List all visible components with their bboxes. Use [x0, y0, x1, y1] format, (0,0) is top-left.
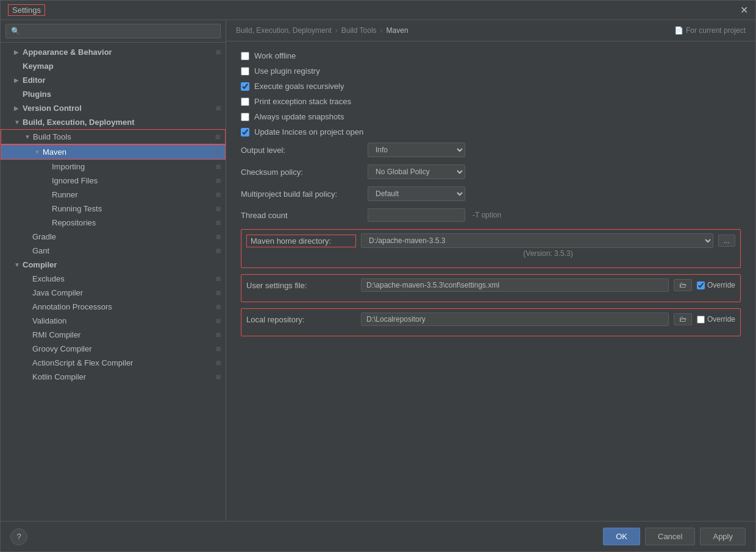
sidebar-item-label: Ignored Files — [52, 176, 213, 185]
sidebar-item-ignored-files[interactable]: Ignored Files ⊞ — [1, 174, 226, 188]
local-repository-folder-button[interactable]: 🗁 — [674, 313, 692, 325]
sidebar-item-appearance[interactable]: ▶ Appearance & Behavior ⊞ — [1, 45, 226, 59]
sidebar-item-actionscript[interactable]: ActionScript & Flex Compiler ⊞ — [1, 356, 226, 370]
checksum-policy-select[interactable]: No Global Policy Strict Warn Fail — [368, 165, 465, 179]
sidebar-item-label: Excludes — [32, 274, 213, 283]
execute-goals-label: Execute goals recursively — [254, 82, 344, 91]
local-repository-override-row: Override — [697, 315, 735, 324]
breadcrumb-part1: Build, Execution, Deployment — [236, 26, 332, 35]
page-icon: ⊞ — [216, 275, 221, 282]
checksum-policy-label: Checksum policy: — [241, 168, 363, 177]
sidebar-item-java-compiler[interactable]: Java Compiler ⊞ — [1, 286, 226, 300]
sidebar-item-compiler[interactable]: ▼ Compiler — [1, 258, 226, 272]
sidebar-item-plugins[interactable]: Plugins — [1, 87, 226, 101]
thread-count-input[interactable] — [368, 208, 465, 222]
work-offline-row: Work offline — [241, 51, 741, 60]
use-plugin-registry-checkbox[interactable] — [241, 67, 249, 76]
work-offline-label: Work offline — [254, 51, 296, 60]
sidebar-item-running-tests[interactable]: Running Tests ⊞ — [1, 202, 226, 216]
sidebar-item-label: Gradle — [32, 232, 213, 241]
user-settings-row: User settings file: 🗁 Override — [246, 278, 735, 292]
sidebar: ▶ Appearance & Behavior ⊞ Keymap ▶ Edito… — [1, 20, 226, 521]
sidebar-item-annotation-processors[interactable]: Annotation Processors ⊞ — [1, 300, 226, 314]
sidebar-item-kotlin[interactable]: Kotlin Compiler ⊞ — [1, 370, 226, 384]
sidebar-item-label: Runner — [52, 190, 213, 199]
sidebar-item-editor[interactable]: ▶ Editor — [1, 73, 226, 87]
page-icon: ⊞ — [216, 289, 221, 296]
sidebar-item-gant[interactable]: Gant ⊞ — [1, 244, 226, 258]
sidebar-item-label: Build, Execution, Deployment — [23, 118, 221, 127]
output-level-row: Output level: Info Debug Error — [241, 143, 741, 157]
output-level-select[interactable]: Info Debug Error — [368, 143, 465, 157]
sidebar-item-build-tools[interactable]: ▼ Build Tools ⊞ — [1, 129, 226, 144]
sidebar-item-label: Gant — [32, 246, 213, 255]
page-icon: ⊞ — [216, 105, 221, 111]
sidebar-item-version-control[interactable]: ▶ Version Control ⊞ — [1, 101, 226, 115]
sidebar-item-label: Version Control — [23, 104, 213, 113]
print-exception-row: Print exception stack traces — [241, 97, 741, 106]
search-input[interactable] — [5, 24, 221, 38]
ok-button[interactable]: OK — [603, 528, 640, 545]
sidebar-item-importing[interactable]: Importing ⊞ — [1, 160, 226, 174]
sidebar-item-repositories[interactable]: Repositories ⊞ — [1, 216, 226, 230]
local-repository-row: Local repository: 🗁 Override — [246, 313, 735, 326]
sidebar-item-label: Build Tools — [33, 132, 213, 141]
maven-home-browse-button[interactable]: ... — [718, 235, 735, 247]
output-level-label: Output level: — [241, 146, 363, 155]
sidebar-item-excludes[interactable]: Excludes ⊞ — [1, 272, 226, 286]
sidebar-item-label: Maven — [43, 147, 213, 157]
sidebar-item-label: Groovy Compiler — [32, 344, 213, 353]
close-button[interactable]: ✕ — [740, 4, 748, 16]
sidebar-item-rmi-compiler[interactable]: RMI Compiler ⊞ — [1, 328, 226, 342]
local-repository-label: Local repository: — [246, 315, 356, 324]
sidebar-item-build-exec[interactable]: ▼ Build, Execution, Deployment — [1, 115, 226, 129]
sidebar-item-label: Keymap — [23, 62, 221, 71]
sidebar-item-label: Running Tests — [52, 204, 213, 213]
page-icon: ⊞ — [216, 233, 221, 240]
update-indices-checkbox[interactable] — [241, 128, 249, 136]
work-offline-checkbox[interactable] — [241, 52, 249, 60]
sidebar-item-gradle[interactable]: Gradle ⊞ — [1, 230, 226, 244]
sidebar-item-label: Validation — [32, 316, 213, 325]
sidebar-item-label: ActionScript & Flex Compiler — [32, 358, 213, 367]
sidebar-item-validation[interactable]: Validation ⊞ — [1, 314, 226, 328]
user-settings-folder-button[interactable]: 🗁 — [674, 279, 692, 291]
title-bar: Settings ✕ — [1, 1, 755, 20]
multiproject-build-label: Multiproject build fail policy: — [241, 189, 363, 199]
multiproject-build-row: Multiproject build fail policy: Default … — [241, 186, 741, 201]
expand-arrow: ▼ — [14, 119, 23, 126]
execute-goals-checkbox[interactable] — [241, 82, 249, 91]
apply-button[interactable]: Apply — [700, 528, 746, 545]
page-icon: ⊞ — [215, 149, 220, 155]
user-settings-input[interactable] — [361, 278, 669, 292]
breadcrumb-project: 📄 For current project — [674, 26, 746, 35]
main-content: Build, Execution, Deployment › Build Too… — [226, 20, 755, 521]
help-button[interactable]: ? — [10, 528, 27, 545]
local-repository-input[interactable] — [361, 313, 669, 326]
sidebar-item-label: Compiler — [23, 260, 221, 269]
cancel-button[interactable]: Cancel — [645, 528, 695, 545]
print-exception-checkbox[interactable] — [241, 97, 249, 106]
sidebar-item-groovy-compiler[interactable]: Groovy Compiler ⊞ — [1, 342, 226, 356]
maven-home-select[interactable]: D:/apache-maven-3.5.3 — [361, 233, 713, 248]
use-plugin-registry-label: Use plugin registry — [254, 66, 320, 76]
always-update-row: Always update snapshots — [241, 112, 741, 121]
maven-home-label: Maven home directory: — [246, 235, 356, 247]
breadcrumb-part2: Build Tools — [341, 26, 377, 35]
user-settings-override-label: Override — [707, 281, 735, 289]
page-icon: ⊞ — [216, 345, 221, 352]
local-repository-section: Local repository: 🗁 Override — [241, 308, 741, 336]
update-indices-row: Update Incices on project open — [241, 127, 741, 136]
dialog-footer: ? OK Cancel Apply — [1, 521, 755, 551]
multiproject-build-select[interactable]: Default Fail at end Never fail — [368, 186, 465, 201]
page-icon: ⊞ — [215, 133, 220, 140]
always-update-checkbox[interactable] — [241, 113, 249, 121]
sidebar-item-runner[interactable]: Runner ⊞ — [1, 188, 226, 202]
thread-count-label: Thread count — [241, 211, 363, 220]
user-settings-override-checkbox[interactable] — [697, 281, 705, 289]
sidebar-item-maven[interactable]: ▼ Maven ⊞ — [1, 144, 226, 160]
local-repository-override-checkbox[interactable] — [697, 316, 705, 324]
page-icon: ⊞ — [216, 177, 221, 184]
sidebar-item-keymap[interactable]: Keymap — [1, 59, 226, 73]
user-settings-section: User settings file: 🗁 Override — [241, 274, 741, 302]
